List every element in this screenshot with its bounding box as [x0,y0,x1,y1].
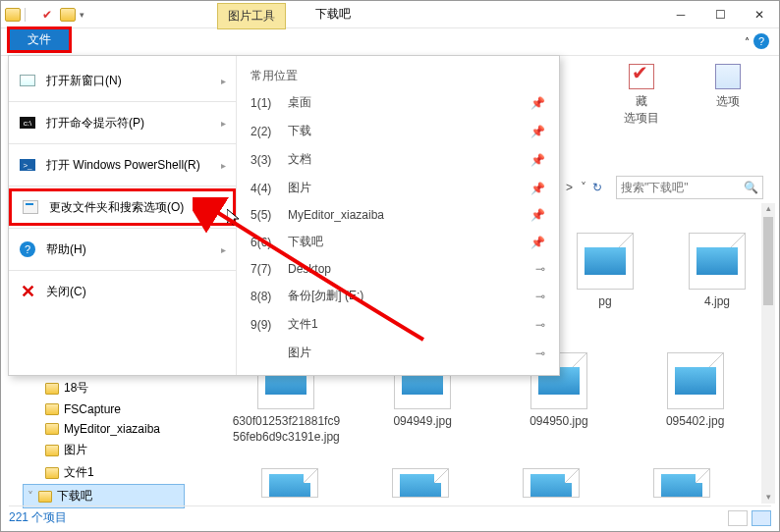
qat-separator [25,8,38,22]
list-options-icon [715,64,741,89]
menu-item-open-cmd[interactable]: c:\ 打开命令提示符(P) ▸ [9,104,236,141]
frequent-item-label: 图片 [288,180,311,196]
window-icon [20,75,35,86]
chevron-right-icon: ▸ [221,118,226,129]
frequent-location-item[interactable]: 3(3)文档📌 [243,145,553,174]
pin-icon[interactable]: 📌 [530,96,545,110]
ribbon-collapse-icon[interactable]: ˄ [745,36,750,47]
menu-separator [9,143,236,144]
file-menu-right-pane: 常用位置 1(1)桌面📌2(2)下载📌3(3)文档📌4(4)图片📌5(5)MyE… [237,56,559,375]
ribbon-pane-right: 藏 选项目 选项 [590,56,779,134]
frequent-location-item[interactable]: 7(7)Desktop⊸ [243,256,553,282]
tree-node[interactable]: 图片 [23,439,185,461]
frequent-item-label: Desktop [288,262,331,276]
file-item[interactable]: pg [566,233,644,310]
file-name: 095402.jpg [666,414,724,430]
pin-icon[interactable]: 📌 [530,182,545,195]
menu-item-open-powershell[interactable]: >_ 打开 Windows PowerShell(R) ▸ [9,146,236,184]
ribbon-group-options[interactable]: 选项 [698,64,757,127]
file-name: pg [566,294,644,310]
menu-item-help[interactable]: ? 帮助(H) ▸ [9,231,236,268]
tree-node[interactable]: MyEditor_xiazaiba [23,419,185,439]
frequent-location-item[interactable]: 6(6)下载吧📌 [243,228,553,256]
frequent-item-label: 下载吧 [288,234,323,250]
contextual-tab-picture-tools[interactable]: 图片工具 [217,3,286,29]
file-item[interactable]: 4.jpg [678,233,756,310]
pin-icon[interactable]: ⊸ [535,318,545,332]
vertical-scrollbar[interactable]: ▴ ▾ [761,203,775,504]
pin-icon[interactable]: 📌 [530,153,545,167]
frequent-location-item[interactable]: 4(4)图片📌 [243,174,553,202]
menu-item-label: 打开新窗口(N) [46,73,122,89]
pin-icon[interactable]: 📌 [530,125,545,138]
menu-item-label: 帮助(H) [46,241,86,258]
scroll-down-icon[interactable]: ▾ [761,492,775,504]
frequent-location-item[interactable]: 9(9)文件1⊸ [243,310,553,339]
menu-item-close[interactable]: ✕ 关闭(C) [9,273,236,310]
file-thumbnail[interactable] [523,468,580,498]
window-title: 下载吧 [315,6,351,23]
frequent-item-number: 6(6) [251,236,280,249]
file-thumbnail[interactable] [261,468,318,498]
pin-icon[interactable]: 📌 [530,208,545,222]
file-tab[interactable]: 文件 [7,27,72,53]
help-icon[interactable]: ? [753,33,769,49]
menu-item-label: 打开命令提示符(P) [46,115,144,132]
qat-checkbox-icon[interactable]: ✔ [42,8,56,22]
frequent-item-label: 下载 [288,123,311,139]
status-item-count: 221 个项目 [9,509,67,526]
scrollbar-thumb[interactable] [763,217,773,305]
tree-toggle-icon[interactable]: ˅ [28,490,33,504]
tree-node-label: 18号 [64,380,88,397]
frequent-item-label: MyEditor_xiazaiba [288,208,384,222]
folder-icon [45,445,59,456]
menu-item-change-folder-options[interactable]: 更改文件夹和搜索选项(O) [9,188,236,226]
close-button[interactable]: ✕ [740,1,779,28]
explorer-window: ✔ ▾ 图片工具 下载吧 ─ ☐ ✕ 文件 ˄ ? 藏 选项目 选项 [0,0,780,532]
tree-node[interactable]: 18号 [23,377,185,399]
file-name: 094950.jpg [529,414,587,430]
pin-icon[interactable]: ⊸ [535,290,545,303]
tree-node[interactable]: FSCapture [23,399,185,419]
frequent-item-number: 2(2) [251,125,280,138]
search-input[interactable] [621,181,758,194]
search-box[interactable]: 🔍 [616,176,763,199]
frequent-location-item[interactable]: 1(1)桌面📌 [243,88,553,117]
breadcrumb-separator: > [566,181,573,194]
checkbox-icon [629,64,654,89]
frequent-item-label: 文件1 [288,316,318,333]
folder-icon [45,403,59,415]
file-item[interactable]: 095402.jpg [631,352,759,445]
frequent-item-label: 备份[勿删] (E:) [288,288,363,304]
options-icon [23,200,38,214]
frequent-item-number: 3(3) [251,153,280,167]
tree-node-label: MyEditor_xiazaiba [64,422,160,436]
frequent-location-item[interactable]: 8(8)备份[勿删] (E:)⊸ [243,282,553,310]
view-icons-button[interactable] [752,510,771,526]
tree-node-label: 文件1 [64,464,94,481]
ribbon-group-hidden-items[interactable]: 藏 选项目 [612,64,671,127]
pin-icon[interactable]: ⊸ [535,262,545,276]
file-thumbnail [689,233,746,290]
frequent-location-item[interactable]: 2(2)下载📌 [243,117,553,145]
refresh-icon[interactable]: ↻ [586,177,608,198]
folder-icon [45,467,59,479]
menu-item-open-new-window[interactable]: 打开新窗口(N) ▸ [9,62,236,99]
view-details-button[interactable] [728,510,748,526]
frequent-location-item[interactable]: 5(5)MyEditor_xiazaiba📌 [243,202,553,228]
scroll-up-icon[interactable]: ▴ [761,203,775,215]
frequent-item-number: 9(9) [251,318,280,332]
pin-icon[interactable]: 📌 [530,236,545,249]
file-thumbnail[interactable] [653,468,710,498]
qat-dropdown-icon[interactable]: ▾ [80,10,84,20]
maximize-button[interactable]: ☐ [700,1,740,28]
frequent-item-label: 图片 [288,345,311,361]
frequent-item-number: 7(7) [251,262,280,276]
file-thumbnail [667,352,724,409]
minimize-button[interactable]: ─ [661,1,700,28]
pin-icon[interactable]: ⊸ [535,346,545,360]
file-menu: 打开新窗口(N) ▸ c:\ 打开命令提示符(P) ▸ >_ 打开 Window… [8,55,560,376]
frequent-location-item[interactable]: 图片⊸ [243,339,553,367]
file-thumbnail[interactable] [392,468,449,498]
tree-node[interactable]: 文件1 [23,461,185,484]
